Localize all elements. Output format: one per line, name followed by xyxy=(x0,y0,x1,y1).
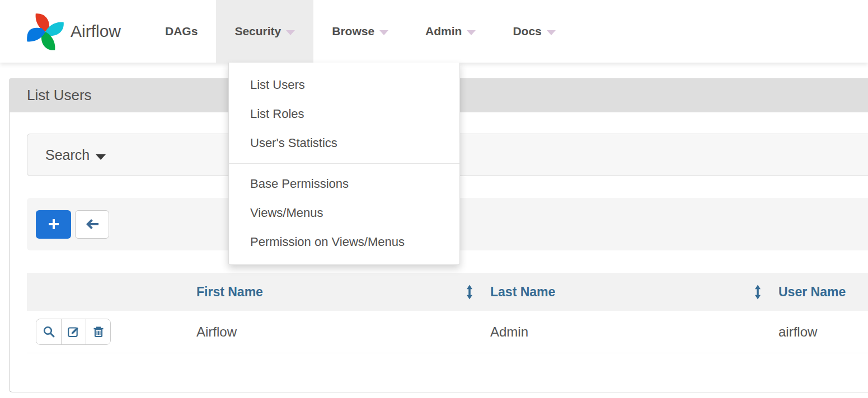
nav-item-browse[interactable]: Browse xyxy=(313,0,407,63)
back-arrow-icon xyxy=(85,218,100,230)
column-label: Last Name xyxy=(490,285,555,300)
column-header-actions xyxy=(27,273,195,311)
menu-item-permission-on-views-menus[interactable]: Permission on Views/Menus xyxy=(229,228,459,257)
column-header-last-name[interactable]: Last Name xyxy=(489,273,777,311)
caret-down-icon xyxy=(467,30,476,35)
nav-item-label: DAGs xyxy=(165,25,198,38)
menu-item-views-menus[interactable]: Views/Menus xyxy=(229,198,459,228)
nav-item-label: Admin xyxy=(425,25,462,38)
security-dropdown-menu: List Users List Roles User's Statistics … xyxy=(228,63,460,265)
navbar: Airflow DAGs Security Browse Admin Docs xyxy=(0,0,868,63)
table-header-row: First Name Last Name xyxy=(27,273,868,311)
brand[interactable]: Airflow xyxy=(21,0,121,63)
brand-name: Airflow xyxy=(71,22,121,41)
edit-record-button[interactable] xyxy=(61,319,86,344)
menu-item-base-permissions[interactable]: Base Permissions xyxy=(229,169,459,198)
back-button[interactable] xyxy=(75,210,109,239)
nav-item-label: Browse xyxy=(332,25,374,38)
column-header-user-name[interactable]: User Name xyxy=(777,273,868,311)
caret-down-icon xyxy=(547,30,556,35)
caret-down-icon xyxy=(379,30,388,35)
show-record-button[interactable] xyxy=(36,319,61,344)
row-action-group xyxy=(36,319,111,345)
cell-value: Admin xyxy=(490,324,528,340)
sort-icon[interactable] xyxy=(466,285,473,300)
column-header-first-name[interactable]: First Name xyxy=(195,273,489,311)
trash-icon xyxy=(92,325,105,338)
menu-item-list-users[interactable]: List Users xyxy=(229,70,459,100)
menu-item-users-statistics[interactable]: User's Statistics xyxy=(229,129,459,158)
nav-item-docs[interactable]: Docs xyxy=(494,0,574,63)
cell-first-name: Airflow xyxy=(195,324,489,340)
cell-user-name: airflow xyxy=(777,324,868,340)
search-label: Search xyxy=(45,147,90,163)
cell-value: Airflow xyxy=(196,324,237,340)
row-actions-cell xyxy=(27,319,195,345)
add-user-button[interactable] xyxy=(36,210,71,239)
caret-down-icon xyxy=(286,30,295,35)
nav-items: DAGs Security Browse Admin Docs xyxy=(147,0,574,63)
sort-icon[interactable] xyxy=(754,285,761,300)
airflow-logo-icon xyxy=(21,8,69,56)
nav-item-dags[interactable]: DAGs xyxy=(147,0,216,63)
menu-item-list-roles[interactable]: List Roles xyxy=(229,100,459,129)
plus-icon xyxy=(48,218,60,230)
page-title: List Users xyxy=(27,87,92,104)
cell-last-name: Admin xyxy=(489,324,777,340)
nav-item-label: Security xyxy=(234,25,281,38)
edit-icon xyxy=(67,325,80,338)
table-row: Airflow Admin airflow xyxy=(27,311,868,353)
menu-divider xyxy=(229,163,459,164)
caret-down-icon xyxy=(96,154,106,160)
delete-record-button[interactable] xyxy=(86,319,110,344)
column-label: First Name xyxy=(196,285,263,300)
column-label: User Name xyxy=(778,285,846,300)
users-table: First Name Last Name xyxy=(27,273,868,353)
nav-item-security[interactable]: Security xyxy=(216,0,313,63)
cell-value: airflow xyxy=(778,324,817,340)
nav-item-admin[interactable]: Admin xyxy=(407,0,494,63)
nav-item-label: Docs xyxy=(513,25,541,38)
magnifier-icon xyxy=(43,325,55,338)
